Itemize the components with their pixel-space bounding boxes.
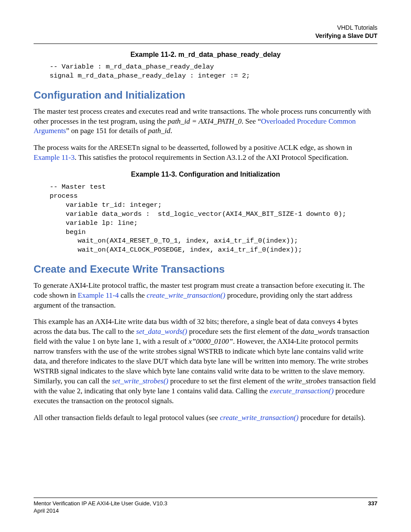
- link-create-write-transaction-2[interactable]: create_write_transaction(): [220, 414, 299, 422]
- create-para-3: All other transaction fields default to …: [34, 413, 377, 423]
- footer-rule: [34, 498, 377, 498]
- footer-date: April 2014: [34, 507, 377, 515]
- link-execute-transaction[interactable]: execute_transaction(): [270, 387, 333, 395]
- config-para-1: The master test process creates and exec…: [34, 107, 377, 137]
- header-rule: [34, 44, 377, 44]
- footer-title: Mentor Verification IP AE AXI4-Lite User…: [34, 500, 167, 507]
- link-set-write-strobes[interactable]: set_write_strobes(): [112, 377, 168, 385]
- footer-page-number: 337: [368, 500, 377, 507]
- example-11-3-code: -- Master test process variable tr_id: i…: [34, 183, 377, 255]
- page-header: VHDL Tutorials Verifying a Slave DUT: [34, 24, 377, 40]
- section-create-exec-heading: Create and Execute Write Transactions: [34, 262, 377, 276]
- page-footer: Mentor Verification IP AE AXI4-Lite User…: [34, 498, 377, 515]
- example-11-2-caption: Example 11-2. m_rd_data_phase_ready_dela…: [34, 50, 377, 59]
- header-chapter: VHDL Tutorials: [34, 24, 377, 32]
- link-create-write-transaction-1[interactable]: create_write_transaction(): [146, 291, 225, 299]
- example-11-2-code: -- Variable : m_rd_data_phase_ready_dela…: [34, 62, 377, 81]
- link-set-data-words[interactable]: set_data_words(): [136, 327, 187, 336]
- example-11-3-caption: Example 11-3. Configuration and Initiali…: [34, 170, 377, 179]
- config-para-2: The process waits for the ARESETn signal…: [34, 143, 377, 163]
- page: VHDL Tutorials Verifying a Slave DUT Exa…: [0, 0, 411, 532]
- section-config-init-heading: Configuration and Initialization: [34, 88, 377, 102]
- create-para-1: To generate AXI4-Lite protocol traffic, …: [34, 281, 377, 311]
- create-para-2: This example has an AXI4-Lite write data…: [34, 317, 377, 406]
- link-example-11-4[interactable]: Example 11-4: [78, 291, 118, 299]
- header-section: Verifying a Slave DUT: [34, 32, 377, 40]
- link-example-11-3[interactable]: Example 11-3: [34, 153, 75, 162]
